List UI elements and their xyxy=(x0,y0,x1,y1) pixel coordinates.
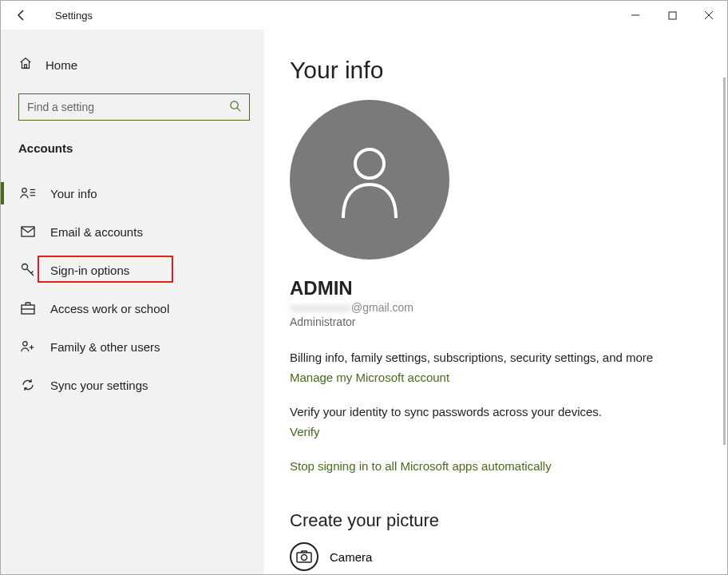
briefcase-icon xyxy=(20,302,36,315)
sidebar-item-sync[interactable]: Sync your settings xyxy=(18,366,264,404)
verify-link[interactable]: Verify xyxy=(290,425,320,438)
home-label: Home xyxy=(46,58,77,72)
user-role: Administrator xyxy=(290,315,727,328)
stop-signin-link[interactable]: Stop signing in to all Microsoft apps au… xyxy=(290,459,552,473)
sidebar-item-work-school[interactable]: Access work or school xyxy=(18,289,264,327)
search-box[interactable] xyxy=(18,93,250,121)
svg-rect-11 xyxy=(22,227,34,236)
search-input[interactable] xyxy=(27,101,229,113)
sidebar-item-your-info[interactable]: Your info xyxy=(18,174,264,212)
nav-label: Sign-in options xyxy=(50,264,129,277)
nav-label: Sync your settings xyxy=(50,379,148,392)
verify-desc: Verify your identity to sync passwords a… xyxy=(290,405,727,418)
nav-label: Your info xyxy=(50,187,97,200)
main-content: Your info ADMIN xxxxxxxxxxx@gmail.com Ad… xyxy=(264,30,727,574)
sidebar-item-signin[interactable]: Sign-in options xyxy=(18,251,264,289)
nav-label: Access work or school xyxy=(50,302,169,315)
sync-icon xyxy=(20,378,36,392)
svg-line-14 xyxy=(31,272,34,274)
sidebar: Home Accounts Your info xyxy=(1,30,264,574)
svg-rect-1 xyxy=(669,12,676,19)
svg-point-17 xyxy=(23,342,27,346)
users-icon xyxy=(20,339,36,354)
sidebar-item-email[interactable]: Email & accounts xyxy=(18,212,264,251)
username: ADMIN xyxy=(290,277,727,299)
sidebar-item-family[interactable]: Family & other users xyxy=(18,327,264,366)
home-nav[interactable]: Home xyxy=(18,49,264,81)
scrollbar[interactable] xyxy=(723,77,726,445)
svg-point-22 xyxy=(302,555,307,561)
svg-line-6 xyxy=(237,108,240,111)
your-info-icon xyxy=(20,186,36,200)
nav-label: Family & other users xyxy=(50,340,160,354)
camera-label: Camera xyxy=(330,550,372,564)
titlebar: Settings xyxy=(1,1,727,30)
window-title: Settings xyxy=(55,10,93,22)
svg-point-12 xyxy=(22,264,28,270)
svg-rect-4 xyxy=(25,65,27,69)
nav-list: Your info Email & accounts Sign-in optio… xyxy=(18,174,264,404)
home-icon xyxy=(18,56,33,73)
nav-label: Email & accounts xyxy=(50,225,143,239)
manage-account-link[interactable]: Manage my Microsoft account xyxy=(290,371,449,384)
avatar xyxy=(290,100,449,260)
picture-heading: Create your picture xyxy=(290,510,727,531)
svg-point-20 xyxy=(355,149,384,178)
close-button[interactable] xyxy=(690,1,727,30)
minimize-button[interactable] xyxy=(617,1,654,30)
window-body: Home Accounts Your info xyxy=(1,30,727,574)
settings-window: Settings Home xyxy=(0,0,728,575)
billing-desc: Billing info, family settings, subscript… xyxy=(290,351,727,364)
key-icon xyxy=(20,263,36,277)
camera-row[interactable]: Camera xyxy=(290,542,727,571)
email-suffix: @gmail.com xyxy=(351,301,413,314)
back-button[interactable] xyxy=(15,9,33,22)
email-icon xyxy=(20,226,36,237)
user-email: xxxxxxxxxxx@gmail.com xyxy=(290,301,727,314)
maximize-button[interactable] xyxy=(654,1,690,30)
window-controls xyxy=(617,1,727,30)
section-title: Accounts xyxy=(18,141,264,155)
svg-point-5 xyxy=(231,101,238,108)
page-title: Your info xyxy=(290,57,727,84)
search-icon xyxy=(229,100,241,115)
camera-icon xyxy=(290,542,318,571)
svg-point-7 xyxy=(22,188,26,192)
